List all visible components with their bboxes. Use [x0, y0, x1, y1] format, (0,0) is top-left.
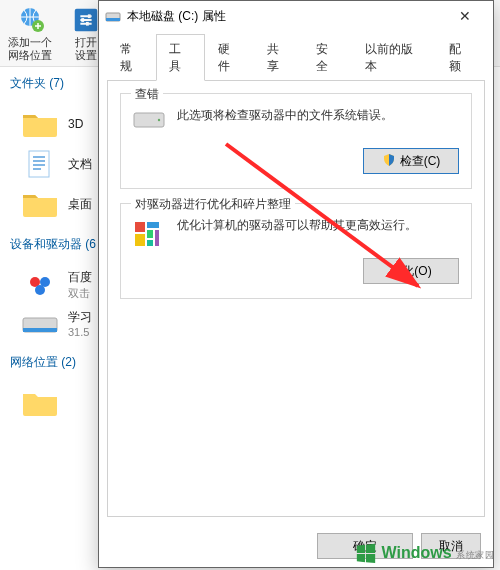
dialog-titlebar[interactable]: 本地磁盘 (C:) 属性 ✕ — [99, 1, 493, 31]
network-location-icon — [14, 4, 46, 36]
group-description: 此选项将检查驱动器中的文件系统错误。 — [177, 106, 459, 125]
svg-rect-11 — [23, 328, 57, 332]
toolbar-add-network-location[interactable]: 添加一个 网络位置 — [8, 4, 52, 62]
svg-rect-5 — [86, 22, 89, 26]
dialog-button-row: 确定 取消 — [99, 525, 493, 567]
tab-security[interactable]: 安全 — [303, 34, 352, 81]
folder-icon — [20, 108, 60, 140]
item-sublabel: 31.5 — [68, 326, 92, 338]
svg-point-15 — [158, 119, 160, 121]
svg-rect-17 — [147, 222, 159, 228]
item-label: 文档 — [68, 156, 92, 173]
tab-previous-versions[interactable]: 以前的版本 — [352, 34, 436, 81]
check-button[interactable]: 检查(C) — [363, 148, 459, 174]
tab-page-tools: 查错 此选项将检查驱动器中的文件系统错误。 检查(C) 对驱动器进行优化和碎片整… — [107, 80, 485, 517]
ok-button[interactable]: 确定 — [317, 533, 413, 559]
dialog-title: 本地磁盘 (C:) 属性 — [127, 8, 443, 25]
svg-rect-21 — [147, 240, 153, 246]
svg-rect-19 — [135, 234, 145, 246]
tab-tools[interactable]: 工具 — [156, 34, 205, 81]
item-sublabel: 双击 — [68, 286, 92, 301]
optimize-group: 对驱动器进行优化和碎片整理 优化计算机的驱动器可以帮助其更高效运行。 优化(O) — [120, 203, 472, 299]
baidu-icon — [20, 271, 60, 299]
button-label: 优化(O) — [390, 263, 431, 280]
group-title: 对驱动器进行优化和碎片整理 — [131, 196, 295, 213]
item-label: 桌面 — [68, 196, 92, 213]
svg-rect-16 — [135, 222, 145, 232]
tab-hardware[interactable]: 硬件 — [205, 34, 254, 81]
shield-icon — [382, 153, 396, 170]
svg-rect-20 — [155, 230, 159, 246]
button-label: 检查(C) — [400, 153, 441, 170]
item-label: 3D — [68, 117, 83, 131]
button-label: 确定 — [353, 538, 377, 555]
optimize-button[interactable]: 优化(O) — [363, 258, 459, 284]
tab-general[interactable]: 常规 — [107, 34, 156, 81]
item-label: 百度 — [68, 269, 92, 286]
svg-point-9 — [35, 285, 45, 295]
drive-icon — [105, 8, 121, 24]
item-label: 学习 — [68, 309, 92, 326]
tab-quota[interactable]: 配额 — [436, 34, 485, 81]
error-checking-group: 查错 此选项将检查驱动器中的文件系统错误。 检查(C) — [120, 93, 472, 189]
group-title: 查错 — [131, 86, 163, 103]
close-button[interactable]: ✕ — [443, 2, 487, 30]
toolbar-label: 添加一个 网络位置 — [8, 36, 52, 62]
documents-icon — [20, 148, 60, 180]
tab-sharing[interactable]: 共享 — [254, 34, 303, 81]
toolbar-label: 打开 设置 — [75, 36, 97, 62]
button-label: 取消 — [439, 538, 463, 555]
drive-icon — [20, 310, 60, 338]
svg-rect-3 — [88, 14, 91, 18]
defrag-icon — [133, 220, 165, 244]
folder-icon — [20, 188, 60, 220]
svg-rect-4 — [81, 18, 84, 22]
svg-rect-6 — [29, 151, 49, 177]
cancel-button[interactable]: 取消 — [421, 533, 481, 559]
tab-bar: 常规 工具 硬件 共享 安全 以前的版本 配额 — [99, 33, 493, 80]
folder-icon — [20, 387, 60, 419]
svg-rect-13 — [106, 18, 120, 21]
properties-dialog: 本地磁盘 (C:) 属性 ✕ 常规 工具 硬件 共享 安全 以前的版本 配额 查… — [98, 0, 494, 568]
svg-rect-18 — [147, 230, 153, 238]
drive-icon — [133, 110, 165, 134]
group-description: 优化计算机的驱动器可以帮助其更高效运行。 — [177, 216, 459, 235]
